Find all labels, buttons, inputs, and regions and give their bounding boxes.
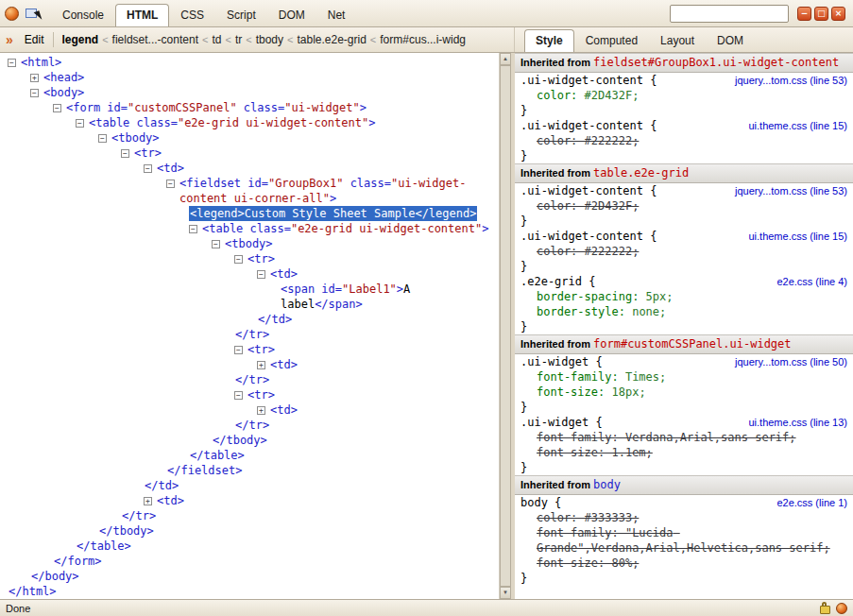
- detach-button[interactable]: □: [814, 7, 828, 21]
- tree-node[interactable]: </tr>: [0, 508, 499, 523]
- breadcrumb-item[interactable]: tr: [232, 32, 245, 47]
- collapse-icon[interactable]: −: [144, 164, 152, 173]
- lock-icon[interactable]: [820, 602, 830, 614]
- tree-node[interactable]: −<tr>: [0, 145, 499, 161]
- inherited-from-selector[interactable]: body: [593, 478, 621, 491]
- side-tab-computed[interactable]: Computed: [574, 29, 649, 52]
- firebug-status-icon[interactable]: [836, 603, 847, 614]
- collapse-icon[interactable]: −: [234, 255, 243, 264]
- css-property-overridden: color: #2D432F;: [520, 198, 847, 214]
- tree-node[interactable]: −<tr>: [0, 342, 499, 357]
- collapse-icon[interactable]: −: [98, 134, 107, 143]
- tree-node[interactable]: </tr>: [0, 418, 499, 433]
- tree-node[interactable]: </tr>: [0, 327, 499, 342]
- collapse-icon[interactable]: −: [53, 104, 61, 112]
- tree-node[interactable]: </tbody>: [0, 523, 499, 539]
- tree-node[interactable]: <span id="Label1">A label</span>: [0, 282, 499, 312]
- inherited-from-selector[interactable]: form#customCSSPanel.ui-widget: [593, 337, 792, 351]
- breadcrumb-item[interactable]: table.e2e-grid: [294, 32, 368, 47]
- tree-node[interactable]: −<tbody>: [0, 130, 499, 145]
- firebug-menu-icon[interactable]: [5, 7, 19, 21]
- collapse-icon[interactable]: −: [234, 391, 243, 400]
- tree-node[interactable]: −<tr>: [0, 387, 499, 402]
- expand-icon[interactable]: +: [144, 497, 152, 505]
- tree-node[interactable]: −<form id="customCSSPanel" class="ui-wid…: [0, 100, 499, 115]
- css-source-link[interactable]: jquery...tom.css (line 53): [735, 183, 847, 198]
- breadcrumb-item[interactable]: legend: [59, 32, 101, 47]
- tab-dom[interactable]: DOM: [267, 4, 316, 26]
- tree-node[interactable]: −<tbody>: [0, 236, 499, 251]
- expand-icon[interactable]: +: [30, 74, 39, 82]
- css-source-link[interactable]: ui.theme.css (line 15): [748, 118, 847, 133]
- tree-node[interactable]: </table>: [0, 448, 499, 463]
- minimize-button[interactable]: −: [797, 7, 811, 21]
- edit-button[interactable]: Edit: [17, 31, 52, 48]
- inherited-from-label: Inherited from: [520, 338, 593, 350]
- css-source-link[interactable]: jquery...tom.css (line 53): [735, 73, 847, 88]
- inherited-from-selector[interactable]: fieldset#GroupBox1.ui-widget-content: [593, 56, 839, 69]
- tree-node[interactable]: −<body>: [0, 85, 499, 100]
- expand-icon[interactable]: +: [257, 361, 265, 369]
- tree-node[interactable]: −<html>: [0, 55, 499, 70]
- tree-node[interactable]: </table>: [0, 539, 499, 554]
- tab-net[interactable]: Net: [316, 4, 357, 26]
- tree-node[interactable]: −<td>: [0, 266, 499, 282]
- tree-node[interactable]: −<table class="e2e-grid ui-widget-conten…: [0, 221, 499, 236]
- tree-node[interactable]: +<td>: [0, 357, 499, 372]
- collapse-icon[interactable]: −: [189, 225, 197, 233]
- collapse-icon[interactable]: −: [8, 59, 16, 67]
- collapse-icon[interactable]: −: [76, 119, 84, 128]
- css-rule-close-brace: }: [520, 148, 847, 163]
- tree-node[interactable]: </tr>: [0, 372, 499, 387]
- tree-node[interactable]: <legend>Custom Style Sheet Sample</legen…: [0, 206, 499, 221]
- tree-node[interactable]: </body>: [0, 569, 499, 584]
- tree-node[interactable]: −<fieldset id="GroupBox1" class="ui-widg…: [0, 176, 499, 206]
- inspect-element-icon[interactable]: [26, 7, 42, 21]
- expand-icon[interactable]: +: [257, 406, 265, 415]
- css-source-link[interactable]: e2e.css (line 1): [776, 495, 847, 510]
- tab-html[interactable]: HTML: [115, 4, 169, 26]
- tree-node[interactable]: −<td>: [0, 161, 499, 176]
- tree-node[interactable]: </html>: [0, 584, 499, 599]
- collapse-icon[interactable]: −: [121, 149, 129, 158]
- tab-css[interactable]: CSS: [169, 4, 215, 26]
- vertical-scrollbar[interactable]: ▲ ▼: [499, 53, 511, 599]
- collapse-icon[interactable]: −: [212, 240, 220, 248]
- tree-node[interactable]: +<td>: [0, 402, 499, 418]
- tree-node[interactable]: −<table class="e2e-grid ui-widget-conten…: [0, 115, 499, 130]
- tree-node[interactable]: </td>: [0, 478, 499, 493]
- collapse-icon[interactable]: −: [234, 346, 243, 354]
- panel-options-icon[interactable]: »: [4, 32, 17, 47]
- tab-script[interactable]: Script: [215, 4, 267, 26]
- close-button[interactable]: ×: [831, 7, 845, 21]
- css-source-link[interactable]: ui.theme.css (line 13): [748, 415, 847, 430]
- collapse-icon[interactable]: −: [30, 89, 39, 97]
- side-tab-dom[interactable]: DOM: [706, 29, 755, 52]
- breadcrumb-item[interactable]: tbody: [253, 32, 286, 47]
- scroll-down-button[interactable]: ▼: [500, 587, 511, 599]
- css-source-link[interactable]: ui.theme.css (line 15): [748, 229, 847, 244]
- tree-node[interactable]: </td>: [0, 312, 499, 327]
- scroll-up-button[interactable]: ▲: [500, 53, 511, 65]
- breadcrumb-item[interactable]: fieldset...-content: [110, 32, 201, 47]
- tree-node[interactable]: −<tr>: [0, 251, 499, 266]
- tree-node[interactable]: </form>: [0, 554, 499, 569]
- inherited-from-selector[interactable]: table.e2e-grid: [593, 166, 689, 180]
- breadcrumb-item[interactable]: form#cus...i-widg: [377, 32, 469, 47]
- css-source-link[interactable]: jquery...tom.css (line 50): [735, 354, 847, 369]
- search-input[interactable]: [670, 5, 789, 23]
- scroll-thumb[interactable]: [500, 65, 511, 587]
- collapse-icon[interactable]: −: [257, 270, 265, 279]
- breadcrumb-item[interactable]: td: [209, 32, 224, 47]
- tree-node[interactable]: </fieldset>: [0, 463, 499, 478]
- tree-node[interactable]: +<td>: [0, 493, 499, 508]
- collapse-icon[interactable]: −: [166, 180, 175, 188]
- side-tab-layout[interactable]: Layout: [649, 29, 706, 52]
- tree-node-markup: </table>: [189, 448, 246, 463]
- css-source-link[interactable]: e2e.css (line 4): [776, 274, 847, 289]
- tree-node[interactable]: +<head>: [0, 70, 499, 85]
- tree-node[interactable]: </tbody>: [0, 433, 499, 448]
- tab-console[interactable]: Console: [51, 4, 115, 26]
- window-buttons: −□×: [797, 7, 845, 21]
- side-tab-style[interactable]: Style: [524, 29, 574, 52]
